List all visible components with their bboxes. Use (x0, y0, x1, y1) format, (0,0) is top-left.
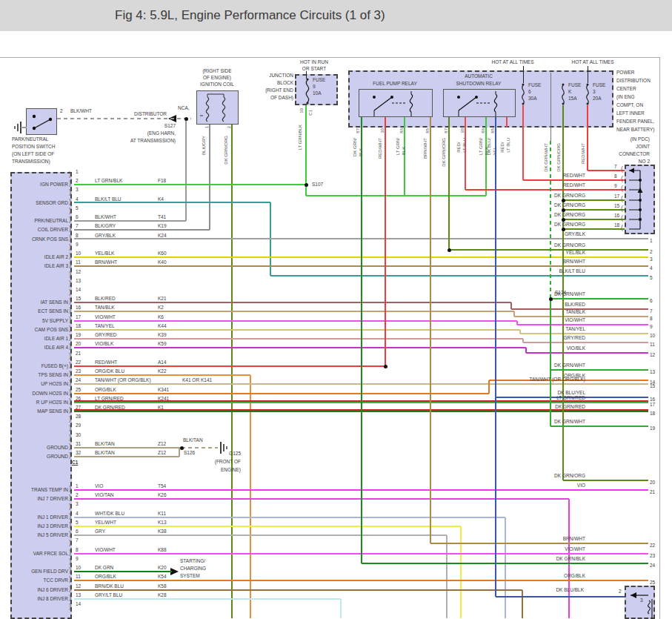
wire-segment (74, 184, 306, 185)
caption-pdc-label: POWER (616, 70, 635, 76)
right-pin-number: 20 (650, 480, 655, 486)
circuit-code: K38 (158, 529, 167, 534)
pcm-pin-arc: ) (69, 389, 71, 396)
caption-junction-fuse: 9 (313, 84, 316, 90)
caption-switch-wire: BLK/WHT (70, 108, 92, 114)
pcm-pin-number: 29 (76, 423, 81, 428)
rotated-wire-label: DK GRN/BLK (352, 138, 364, 156)
pcm-pin-number: 30 (76, 432, 81, 438)
pcm-pin-number: 1 (76, 483, 79, 489)
joint-pin-arc: ( (621, 176, 623, 182)
pcm-pin-arc: ) (69, 380, 71, 386)
right-pin-number: 1 (650, 238, 653, 244)
wire-color-label: BRN/DK BLU (95, 583, 124, 589)
pcm-pin-number: 11 (76, 574, 81, 580)
wire-color-label: BLK/TAN (95, 450, 115, 456)
wire-color-label: BLK/TAN (95, 441, 115, 447)
rotated-wire-label: BLK/GRY (201, 136, 207, 155)
circuit-code: K11 (158, 511, 166, 517)
wire-segment (74, 598, 341, 600)
rotated-wire-label: 85 (490, 128, 496, 133)
wire-color-label: BRN/WHT (95, 259, 117, 265)
junction-dot (180, 446, 184, 450)
wire-segment (526, 352, 648, 354)
caption-pdc-relay1_title: FUEL PUMP RELAY (373, 81, 416, 87)
right-pin-number: 11 (650, 342, 655, 348)
rotated-label-line: YEL (492, 138, 498, 155)
caption-pdc-label: LEFT INNER (616, 110, 645, 116)
pcm-pin-arc: ) (69, 558, 71, 565)
pcm-pin-label: MAP SENS IN (37, 408, 68, 414)
joint-pin-number: 9 (614, 183, 617, 189)
rotated-wire-label: RED/WHT (580, 143, 586, 164)
joint-wire-label: DK GRN/ORG (554, 202, 585, 208)
wire-segment (74, 338, 523, 340)
pcm-pin-number: 14 (76, 287, 81, 293)
wire-color-label: BLK/RED (95, 296, 116, 302)
pcm-pin-arc: ) (69, 317, 71, 323)
caption-grounds-g125: (FRONT OF (215, 459, 241, 465)
wire-segment (523, 342, 648, 343)
joint-pin-number: 7 (614, 164, 617, 170)
wire-color-label: YEL/WHT (95, 520, 116, 526)
rotated-wire-label: 85 (425, 128, 430, 133)
wire-segment (385, 117, 386, 366)
pcm-pin-arc: ) (69, 452, 71, 459)
caption-grounds-s126_wire: BLK/TAN (183, 437, 203, 443)
wire-segment (0, 57, 659, 58)
joint-pin-number: 18 (614, 222, 619, 228)
rotated-wire-label: C1 (307, 110, 313, 116)
rotated-label-line: DK GRN/ORG (556, 143, 562, 172)
right-wire-label: GRY/RED (564, 335, 586, 341)
caption-switch-splice: S127 (164, 123, 176, 129)
right-pin-number: 12 (650, 352, 655, 358)
rotated-label-line: 85 (490, 128, 496, 133)
circuit-code: K60 (158, 251, 167, 256)
pcm-pin-number: 5 (76, 520, 79, 526)
caption-pdc-fuse3: FUSE (593, 82, 605, 88)
fuse-6-icon (519, 83, 528, 105)
wire-segment (21, 127, 27, 128)
wire-segment (231, 125, 233, 618)
wire-segment (488, 380, 490, 394)
pcm-pin-number: 17 (76, 314, 81, 320)
wire-segment (550, 141, 551, 299)
circuit-code: K54 (158, 574, 167, 580)
caption-grounds-g125: ENGINE) (221, 467, 241, 473)
circuit-code: K39 (158, 332, 167, 338)
pcm-pin-arc: ) (69, 271, 71, 278)
caption-pdc-fuse1: 30A (528, 96, 537, 102)
circuit-code: K44 (158, 323, 167, 329)
pcm-pin-number: 14 (76, 601, 81, 607)
circuit-code: K341 (158, 387, 169, 393)
pcm-pin-arc: ) (69, 180, 71, 187)
pcm-pin-number: 2 (76, 492, 79, 498)
right-pin-number: 4 (650, 265, 653, 271)
junction-dot (562, 208, 565, 212)
rotated-label-line: DK GRN/ORG (223, 136, 229, 165)
joint-wire-label: DK GRN/ORG (554, 222, 585, 228)
right-wire-label: VIO/WHT (565, 317, 585, 323)
pcm-pin-number: 9 (76, 556, 79, 562)
right-pin-number: 2 (650, 249, 653, 255)
pcm-pin-arc: ) (69, 416, 71, 423)
right-pin-number: 18 (650, 411, 655, 417)
pcm-pin-label: DOWN HO2S IN (33, 391, 68, 397)
circuit-code: K21 (158, 296, 167, 302)
joint-wire-label: DK GRN/ORG (554, 212, 585, 218)
pcm-pin-label: IDLE AIR 1 (44, 336, 68, 342)
caption-pdc-label: COMPT, ON (616, 102, 643, 108)
circuit-code: K40 (158, 259, 167, 265)
pcm-pin-number: 22 (76, 360, 81, 365)
pcm-pin-arc: ) (69, 208, 71, 214)
circuit-code: K26 (158, 492, 167, 498)
rotated-label-line: 10 (299, 108, 305, 113)
right-wire-label: YEL/BLK (566, 250, 585, 256)
circuit-code: Z12 (158, 441, 166, 447)
right-pin-number: 21 (650, 489, 655, 495)
park-neutral-switch-box (26, 108, 57, 135)
right-pin-number: 25 (650, 580, 655, 586)
junction-dot (562, 228, 565, 231)
pcm-pin-arc: ) (69, 407, 71, 414)
rotated-wire-label: BRN/WHT (422, 138, 428, 159)
